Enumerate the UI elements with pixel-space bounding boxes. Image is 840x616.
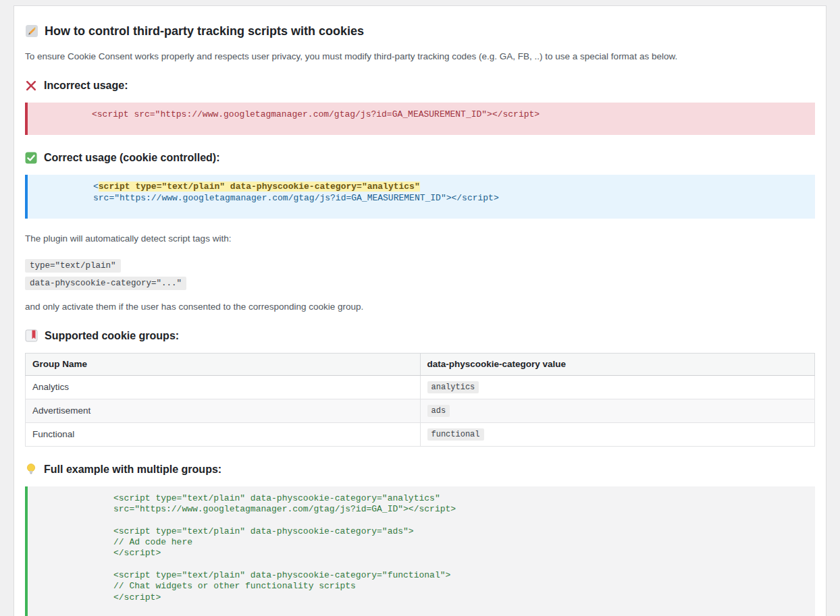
- doc-card: How to control third-party tracking scri…: [14, 5, 826, 616]
- header-row: Group Name data-physcookie-category valu…: [26, 353, 815, 375]
- category-value-chip: functional: [427, 428, 484, 441]
- detect-attribute-list: type="text/plain" data-physcookie-catego…: [25, 259, 815, 290]
- bulb-icon: [25, 463, 37, 476]
- incorrect-usage-heading-text: Incorrect usage:: [44, 79, 128, 92]
- page-title: How to control third-party tracking scri…: [25, 24, 815, 38]
- cross-icon: [25, 80, 37, 92]
- full-example-code-block: <script type="text/plain" data-physcooki…: [25, 486, 815, 616]
- intro-text: To ensure Cookie Consent works properly …: [25, 51, 815, 63]
- table-row-analytics: Analytics analytics: [26, 375, 815, 399]
- category-value-cell: analytics: [420, 375, 815, 399]
- cookie-groups-table-body: Analytics analytics Advertisement ads Fu…: [26, 375, 815, 446]
- incorrect-code: <script src="https://www.googletagmanage…: [92, 109, 540, 119]
- group-name-cell: Analytics: [26, 375, 421, 399]
- column-header-group-name: Group Name: [26, 353, 421, 375]
- table-row-functional: Functional functional: [26, 422, 815, 446]
- detect-attribute-chip-category: data-physcookie-category="...": [25, 277, 186, 290]
- cookie-groups-table: Group Name data-physcookie-category valu…: [25, 353, 815, 447]
- correct-usage-heading: Correct usage (cookie controlled):: [25, 151, 815, 165]
- detect-intro-text: The plugin will automatically detect scr…: [25, 233, 815, 245]
- check-icon: [25, 152, 37, 164]
- correct-code-rest: src="https://www.googletagmanager.com/gt…: [93, 193, 499, 203]
- cookie-groups-table-head: Group Name data-physcookie-category valu…: [26, 353, 815, 375]
- category-value-cell: functional: [420, 422, 815, 446]
- memo-icon: [25, 24, 38, 38]
- correct-code: <script type="text/plain" data-physcooki…: [93, 181, 499, 202]
- incorrect-code-block: <script src="https://www.googletagmanage…: [25, 103, 815, 135]
- detect-outro-text: and only activate them if the user has c…: [25, 301, 815, 313]
- incorrect-usage-heading: Incorrect usage:: [25, 79, 815, 92]
- bookmark-icon: [25, 329, 38, 342]
- detect-attribute-chip-type: type="text/plain": [25, 259, 121, 273]
- full-example-heading-text: Full example with multiple groups:: [44, 463, 221, 476]
- correct-code-prefix: <: [93, 181, 99, 192]
- category-value-chip: analytics: [427, 381, 479, 393]
- category-value-cell: ads: [420, 399, 815, 422]
- supported-groups-heading: Supported cookie groups:: [25, 329, 815, 343]
- correct-code-block: <script type="text/plain" data-physcooki…: [25, 175, 815, 219]
- group-name-cell: Functional: [26, 422, 421, 446]
- page-title-text: How to control third-party tracking scri…: [45, 24, 364, 38]
- table-row-advertisement: Advertisement ads: [26, 399, 815, 422]
- correct-code-highlight: script type="text/plain" data-physcookie…: [99, 181, 420, 192]
- full-example-code: <script type="text/plain" data-physcooki…: [113, 493, 456, 603]
- column-header-category-value: data-physcookie-category value: [420, 353, 815, 375]
- correct-usage-heading-text: Correct usage (cookie controlled):: [44, 151, 220, 165]
- supported-groups-heading-text: Supported cookie groups:: [45, 329, 179, 343]
- category-value-chip: ads: [427, 405, 450, 417]
- group-name-cell: Advertisement: [26, 399, 421, 422]
- full-example-heading: Full example with multiple groups:: [25, 463, 815, 476]
